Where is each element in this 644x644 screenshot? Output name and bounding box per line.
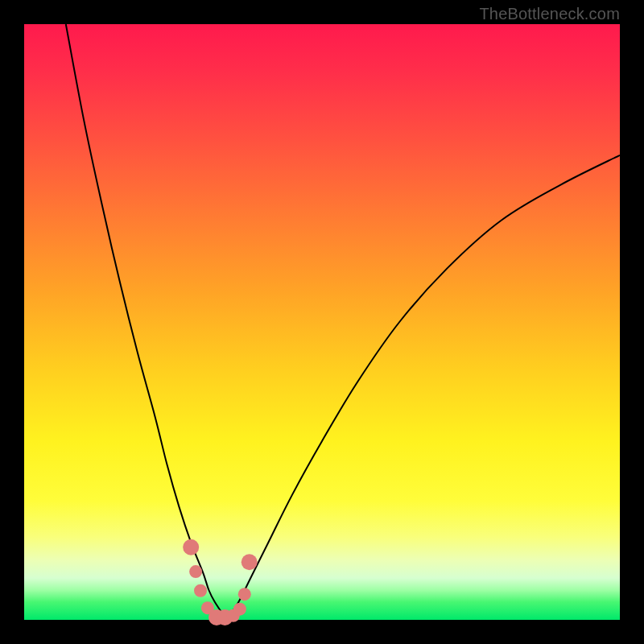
- notch-marker: [194, 584, 207, 597]
- chart-frame: TheBottleneck.com: [0, 0, 644, 644]
- notch-marker: [233, 603, 246, 616]
- plot-area: [24, 24, 620, 620]
- watermark-text: TheBottleneck.com: [479, 5, 620, 23]
- curve-left-branch: [66, 24, 227, 620]
- notch-marker: [238, 588, 251, 601]
- notch-marker: [189, 565, 202, 578]
- curve-right-branch: [227, 155, 620, 620]
- notch-marker-group: [183, 539, 258, 625]
- notch-marker: [242, 554, 258, 570]
- curve-canvas: [24, 24, 620, 620]
- notch-marker: [183, 539, 199, 555]
